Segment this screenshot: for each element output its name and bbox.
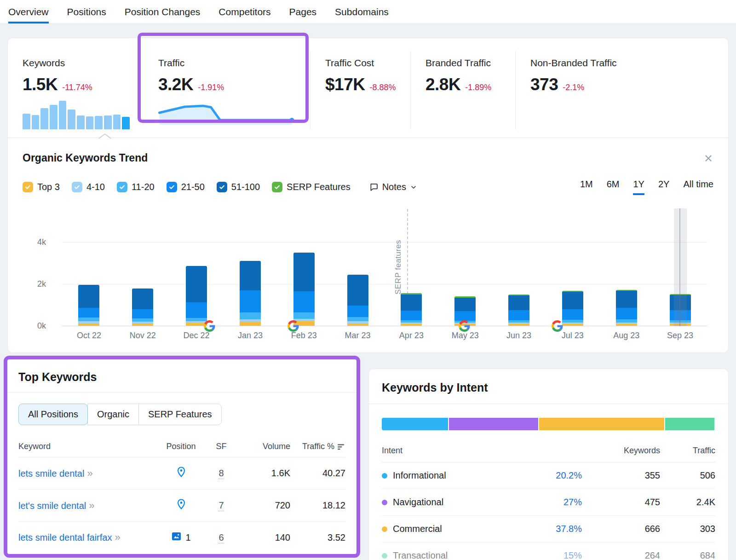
bar-segment-top-3 xyxy=(401,324,422,326)
range-tab-2y[interactable]: 2Y xyxy=(658,179,669,195)
nav-tab-subdomains[interactable]: Subdomains xyxy=(335,0,389,23)
metric-card-traffic-cost[interactable]: Traffic Cost $17K -8.88% xyxy=(310,51,410,129)
stacked-bar-feb-23[interactable] xyxy=(293,253,315,326)
traffic-pct-cell: 3.52 xyxy=(290,524,345,552)
stacked-bar-jul-23[interactable] xyxy=(562,291,583,326)
traffic-pct-cell: 18.12 xyxy=(290,491,345,520)
sf-count-link[interactable]: 7 xyxy=(218,500,224,511)
double-chevron-icon[interactable]: » xyxy=(115,531,120,543)
double-chevron-icon[interactable]: » xyxy=(89,500,94,511)
non-branded-value: 373 xyxy=(530,75,558,94)
metric-card-keywords[interactable]: Keywords 1.5K -11.74% xyxy=(8,51,139,129)
intent-segment-navigational[interactable] xyxy=(449,418,539,430)
x-label-sep-23: Sep 23 xyxy=(653,331,707,341)
tab-organic[interactable]: Organic xyxy=(87,404,139,425)
stacked-bar-oct-22[interactable] xyxy=(78,285,99,326)
legend-label: 11-20 xyxy=(132,182,155,192)
bar-segment-21-50 xyxy=(132,309,153,319)
nav-tab-position-changes[interactable]: Position Changes xyxy=(125,0,201,23)
range-tab-6m[interactable]: 6M xyxy=(607,179,620,195)
intent-label: Navigational xyxy=(393,497,443,508)
legend-toggle-11-20[interactable]: 11-20 xyxy=(117,182,155,192)
x-label-may-23: May 23 xyxy=(438,331,492,341)
legend-label: 21-50 xyxy=(181,182,205,192)
legend-toggle-top-3[interactable]: Top 3 xyxy=(23,182,60,192)
bar-segment-top-3 xyxy=(347,323,368,326)
legend-toggle-21-50[interactable]: 21-50 xyxy=(167,182,205,192)
notes-dropdown[interactable]: Notes xyxy=(369,182,417,192)
intent-share-link[interactable]: 15% xyxy=(513,543,582,560)
intent-label: Informational xyxy=(393,470,446,481)
intent-traffic-value: 303 xyxy=(660,516,715,542)
legend-toggle-51-100[interactable]: 51-100 xyxy=(217,182,260,192)
checkbox-checked-icon xyxy=(23,182,33,192)
keyword-row: lets smile dental»81.6K40.27 xyxy=(18,457,345,490)
range-tab-1y[interactable]: 1Y xyxy=(633,179,644,195)
legend-label: 51-100 xyxy=(231,182,260,192)
time-range-tabs: 1M6M1Y2YAll time xyxy=(580,179,713,195)
metric-card-traffic[interactable]: Traffic 3.2K -1.91% xyxy=(139,51,310,129)
sort-desc-icon[interactable] xyxy=(338,443,345,450)
intent-label: Transactional xyxy=(393,550,448,560)
stacked-bar-dec-22[interactable] xyxy=(186,266,207,326)
intent-segment-informational[interactable] xyxy=(382,418,449,430)
range-tab-1m[interactable]: 1M xyxy=(580,179,593,195)
trend-title: Organic Keywords Trend xyxy=(23,152,148,164)
nav-tab-competitors[interactable]: Competitors xyxy=(218,0,270,23)
intent-keywords-value: 666 xyxy=(582,516,660,542)
intent-share-link[interactable]: 27% xyxy=(513,489,582,515)
sf-cell: 7 xyxy=(205,491,237,520)
bar-segment-21-50 xyxy=(508,310,529,320)
keywords-spark-bar xyxy=(104,115,112,129)
close-icon[interactable] xyxy=(703,153,713,163)
keywords-spark-bar xyxy=(86,116,94,129)
stacked-bar-mar-23[interactable] xyxy=(347,275,368,326)
intent-dot-icon xyxy=(382,553,387,559)
sf-count-link[interactable]: 6 xyxy=(218,532,224,543)
intent-share-link[interactable]: 37.8% xyxy=(513,516,582,542)
intent-keywords-value: 264 xyxy=(582,543,660,560)
keyword-link[interactable]: lets smile dental fairfax xyxy=(18,532,112,543)
keyword-link[interactable]: let's smile dental xyxy=(18,501,86,511)
sf-count-link[interactable]: 8 xyxy=(218,468,224,479)
intent-share-link[interactable]: 20.2% xyxy=(513,462,582,489)
traffic-delta: -1.91% xyxy=(198,83,224,92)
legend-toggle-serp-features[interactable]: SERP Features xyxy=(272,182,351,192)
bar-segment-top-3 xyxy=(616,324,637,326)
metric-card-non-branded-traffic[interactable]: Non-Branded Traffic 373 -2.1% xyxy=(515,51,728,129)
bar-segment-top-3 xyxy=(132,323,153,326)
intent-dot-icon xyxy=(382,500,387,505)
metric-card-branded-traffic[interactable]: Branded Traffic 2.8K -1.89% xyxy=(410,51,515,129)
keyword-row: lets smile dental fairfax»161403.52 xyxy=(18,522,345,553)
intent-segment-commercial[interactable] xyxy=(539,418,665,430)
tab-serp-features[interactable]: SERP Features xyxy=(138,404,222,425)
intent-distribution-bar xyxy=(382,418,715,430)
google-icon xyxy=(288,320,299,332)
bar-segment-51-100 xyxy=(616,291,637,308)
stacked-bar-nov-22[interactable] xyxy=(132,289,153,326)
col-traffic: Traffic xyxy=(660,446,715,456)
nav-tab-overview[interactable]: Overview xyxy=(8,0,49,23)
stacked-bar-aug-23[interactable] xyxy=(616,290,637,326)
intent-segment-transactional[interactable] xyxy=(665,418,715,430)
tab-all-positions[interactable]: All Positions xyxy=(18,404,88,425)
branded-delta: -1.89% xyxy=(465,83,491,92)
keywords-spark-bar xyxy=(113,115,121,129)
stacked-bar-jun-23[interactable] xyxy=(508,294,529,326)
range-tab-all-time[interactable]: All time xyxy=(683,179,713,195)
top-keywords-card: Top Keywords All PositionsOrganicSERP Fe… xyxy=(7,359,356,554)
keywords-spark-bar xyxy=(23,114,30,129)
legend-toggle-4-10[interactable]: 4-10 xyxy=(72,182,105,192)
bar-segment-21-50 xyxy=(293,291,315,312)
top-keywords-header: Keyword Position SF Volume Traffic % xyxy=(18,435,345,457)
bar-segment-21-50 xyxy=(186,302,207,318)
double-chevron-icon[interactable]: » xyxy=(87,468,92,479)
stacked-bar-apr-23[interactable] xyxy=(401,293,422,326)
intent-keywords-value: 475 xyxy=(582,489,660,515)
keyword-link[interactable]: lets smile dental xyxy=(18,468,84,479)
stacked-bar-jan-23[interactable] xyxy=(240,261,261,326)
intent-row-commercial: Commercial37.8%666303 xyxy=(382,516,715,543)
nav-tab-positions[interactable]: Positions xyxy=(67,0,106,23)
nav-tab-pages[interactable]: Pages xyxy=(289,0,317,23)
bar-segment-51-100 xyxy=(454,298,476,312)
